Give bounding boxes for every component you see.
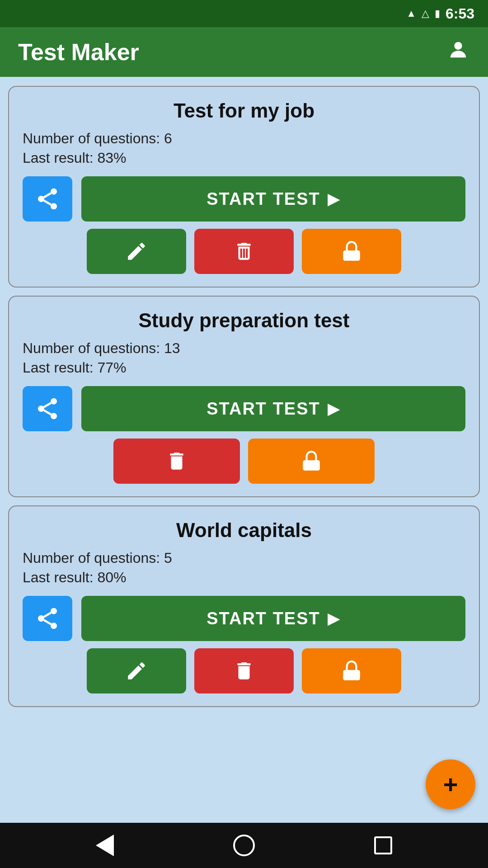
card1-last-result: Last result: 83% bbox=[23, 150, 465, 166]
card3-play-icon: ▶ bbox=[328, 609, 340, 628]
card2-share-button[interactable] bbox=[23, 386, 72, 431]
home-icon bbox=[233, 835, 255, 856]
card2-play-icon: ▶ bbox=[328, 399, 340, 418]
signal-icon: △ bbox=[422, 8, 429, 19]
svg-line-14 bbox=[44, 410, 51, 415]
svg-point-13 bbox=[51, 413, 57, 419]
test-card-study-preparation: Study preparation test Number of questio… bbox=[8, 296, 480, 497]
card3-title: World capitals bbox=[23, 519, 465, 542]
card1-start-button[interactable]: START TEST ▶ bbox=[81, 176, 465, 222]
user-icon[interactable] bbox=[446, 38, 470, 66]
svg-point-12 bbox=[38, 406, 44, 412]
svg-point-1 bbox=[51, 189, 57, 195]
card2-lock-button[interactable] bbox=[248, 439, 375, 484]
back-icon bbox=[96, 835, 114, 856]
svg-point-10 bbox=[350, 254, 353, 256]
wifi-icon: ▲ bbox=[406, 8, 416, 19]
card2-start-button[interactable]: START TEST ▶ bbox=[81, 386, 465, 431]
app-title: Test Maker bbox=[18, 38, 139, 66]
svg-point-0 bbox=[454, 42, 462, 49]
card3-edit-button[interactable] bbox=[87, 648, 186, 693]
recents-icon bbox=[374, 836, 392, 854]
app-bar: Test Maker bbox=[0, 27, 488, 77]
svg-line-15 bbox=[44, 403, 51, 407]
add-test-fab[interactable]: + bbox=[426, 760, 475, 809]
card3-start-label: START TEST bbox=[206, 609, 320, 628]
card3-delete-button[interactable] bbox=[194, 648, 294, 693]
svg-point-2 bbox=[38, 196, 44, 202]
status-bar: ▲ △ ▮ 6:53 bbox=[0, 0, 488, 27]
svg-point-24 bbox=[350, 673, 353, 676]
battery-icon: ▮ bbox=[435, 8, 440, 19]
card1-delete-button[interactable] bbox=[194, 229, 294, 274]
nav-home-button[interactable] bbox=[233, 835, 255, 856]
svg-point-19 bbox=[38, 615, 44, 622]
card2-bottom-row bbox=[23, 439, 465, 484]
card3-top-row: START TEST ▶ bbox=[23, 596, 465, 641]
card2-top-row: START TEST ▶ bbox=[23, 386, 465, 431]
svg-point-18 bbox=[51, 608, 57, 614]
card2-last-result: Last result: 77% bbox=[23, 359, 465, 376]
svg-line-21 bbox=[44, 620, 51, 624]
svg-line-5 bbox=[44, 193, 51, 197]
card3-share-button[interactable] bbox=[23, 596, 72, 641]
card1-title: Test for my job bbox=[23, 99, 465, 122]
card1-bottom-row bbox=[23, 229, 465, 274]
card1-edit-button[interactable] bbox=[87, 229, 186, 274]
card1-play-icon: ▶ bbox=[328, 189, 340, 208]
card1-start-label: START TEST bbox=[206, 189, 320, 209]
main-content: Test for my job Number of questions: 6 L… bbox=[0, 77, 488, 823]
card1-lock-button[interactable] bbox=[302, 229, 401, 274]
card2-title: Study preparation test bbox=[23, 309, 465, 332]
svg-point-3 bbox=[51, 203, 57, 209]
status-time: 6:53 bbox=[446, 5, 474, 22]
card1-num-questions: Number of questions: 6 bbox=[23, 130, 465, 147]
status-icons: ▲ △ ▮ 6:53 bbox=[406, 5, 474, 22]
nav-back-button[interactable] bbox=[96, 835, 114, 856]
card2-start-label: START TEST bbox=[206, 399, 320, 419]
plus-icon: + bbox=[443, 772, 458, 797]
svg-point-11 bbox=[51, 398, 57, 405]
card3-bottom-row bbox=[23, 648, 465, 693]
nav-recents-button[interactable] bbox=[374, 836, 392, 854]
card1-share-button[interactable] bbox=[23, 176, 72, 222]
card3-num-questions: Number of questions: 5 bbox=[23, 550, 465, 566]
svg-point-20 bbox=[51, 623, 57, 629]
svg-line-22 bbox=[44, 613, 51, 617]
test-card-world-capitals: World capitals Number of questions: 5 La… bbox=[8, 505, 480, 707]
card2-delete-button[interactable] bbox=[113, 439, 240, 484]
card3-start-button[interactable]: START TEST ▶ bbox=[81, 596, 465, 641]
card3-last-result: Last result: 80% bbox=[23, 569, 465, 586]
nav-bar bbox=[0, 823, 488, 868]
card3-lock-button[interactable] bbox=[302, 648, 401, 693]
test-card-test-for-my-job: Test for my job Number of questions: 6 L… bbox=[8, 86, 480, 288]
card1-top-row: START TEST ▶ bbox=[23, 176, 465, 222]
svg-line-4 bbox=[44, 201, 51, 205]
card2-num-questions: Number of questions: 13 bbox=[23, 340, 465, 357]
svg-point-17 bbox=[310, 463, 313, 466]
